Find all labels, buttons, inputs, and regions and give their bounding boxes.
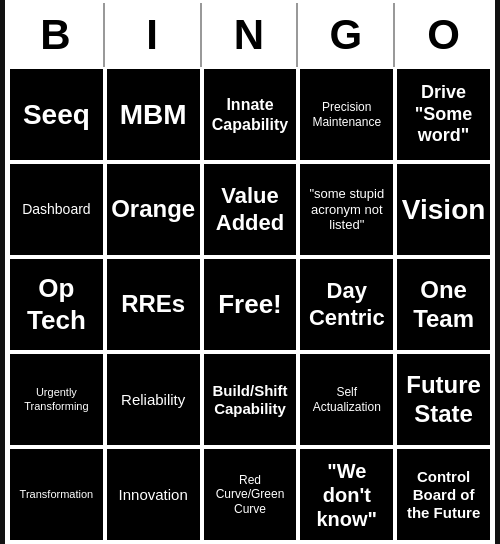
bingo-card: BINGO SeeqMBMInnate CapabilityPrecision … xyxy=(5,0,495,544)
cell-row4-col1: Urgently Transforming xyxy=(8,352,105,447)
cell-text: Value Added xyxy=(208,183,293,236)
cell-row4-col2: Reliability xyxy=(105,352,202,447)
cell-row1-col3: Innate Capability xyxy=(202,67,299,162)
cell-row3-col5: One Team xyxy=(395,257,492,352)
header-letter: N xyxy=(202,3,299,67)
header-letter: B xyxy=(8,3,105,67)
cell-row2-col1: Dashboard xyxy=(8,162,105,257)
bingo-grid: SeeqMBMInnate CapabilityPrecision Mainte… xyxy=(8,67,492,542)
cell-row1-col1: Seeq xyxy=(8,67,105,162)
cell-text: Drive "Some word" xyxy=(401,82,486,147)
cell-row4-col3: Build/Shift Capability xyxy=(202,352,299,447)
header-letter: O xyxy=(395,3,492,67)
cell-text: MBM xyxy=(120,98,187,132)
header-letter: I xyxy=(105,3,202,67)
cell-text: "We don't know" xyxy=(304,459,389,531)
cell-text: Free! xyxy=(218,289,282,320)
cell-row1-col4: Precision Maintenance xyxy=(298,67,395,162)
cell-row5-col4: "We don't know" xyxy=(298,447,395,542)
cell-row5-col3: Red Curve/Green Curve xyxy=(202,447,299,542)
cell-text: Self Actualization xyxy=(304,385,389,414)
cell-row2-col2: Orange xyxy=(105,162,202,257)
cell-text: RREs xyxy=(121,290,185,319)
cell-text: Transformation xyxy=(20,488,94,501)
cell-text: Precision Maintenance xyxy=(304,100,389,129)
cell-text: Future State xyxy=(401,371,486,429)
cell-row4-col5: Future State xyxy=(395,352,492,447)
cell-text: Op Tech xyxy=(14,273,99,335)
cell-text: Day Centric xyxy=(304,278,389,331)
cell-row4-col4: Self Actualization xyxy=(298,352,395,447)
cell-row3-col1: Op Tech xyxy=(8,257,105,352)
cell-text: Control Board of the Future xyxy=(401,468,486,522)
cell-text: Orange xyxy=(111,195,195,224)
cell-text: One Team xyxy=(401,276,486,334)
cell-text: Innovation xyxy=(119,486,188,504)
cell-text: "some stupid acronym not listed" xyxy=(304,186,389,233)
cell-text: Reliability xyxy=(121,391,185,409)
cell-row5-col1: Transformation xyxy=(8,447,105,542)
cell-row2-col4: "some stupid acronym not listed" xyxy=(298,162,395,257)
cell-text: Red Curve/Green Curve xyxy=(208,473,293,516)
cell-text: Vision xyxy=(402,193,486,227)
cell-row5-col5: Control Board of the Future xyxy=(395,447,492,542)
cell-row5-col2: Innovation xyxy=(105,447,202,542)
cell-row3-col4: Day Centric xyxy=(298,257,395,352)
cell-row2-col5: Vision xyxy=(395,162,492,257)
cell-text: Seeq xyxy=(23,98,90,132)
cell-row3-col3: Free! xyxy=(202,257,299,352)
cell-row1-col5: Drive "Some word" xyxy=(395,67,492,162)
header-letter: G xyxy=(298,3,395,67)
cell-text: Innate Capability xyxy=(208,95,293,133)
cell-row2-col3: Value Added xyxy=(202,162,299,257)
cell-row1-col2: MBM xyxy=(105,67,202,162)
cell-text: Urgently Transforming xyxy=(14,386,99,412)
cell-row3-col2: RREs xyxy=(105,257,202,352)
bingo-header: BINGO xyxy=(8,3,492,67)
cell-text: Build/Shift Capability xyxy=(208,382,293,418)
cell-text: Dashboard xyxy=(22,201,91,218)
